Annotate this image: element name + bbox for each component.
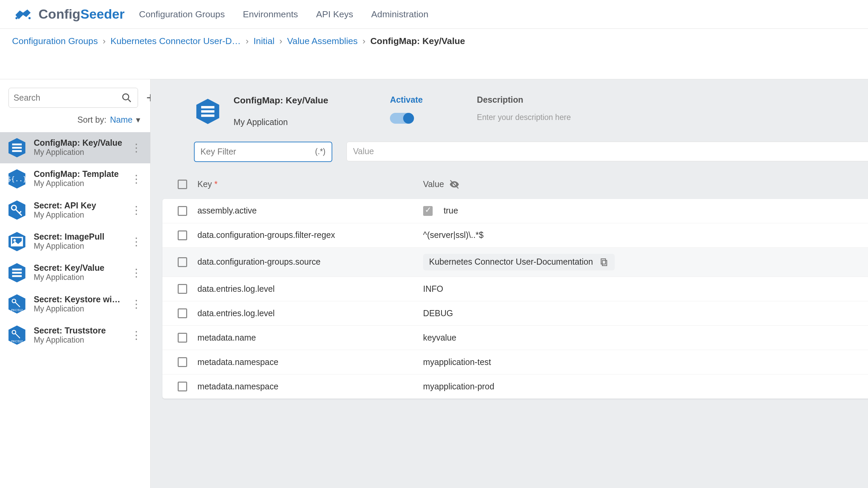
search-icon: [121, 92, 133, 104]
more-icon[interactable]: ⋮: [129, 235, 144, 248]
sidebar-item-title: Secret: Keystore with …: [34, 295, 122, 304]
cell-value: ^(server|ssl)\..*$: [423, 230, 484, 240]
more-icon[interactable]: ⋮: [129, 266, 144, 279]
cell-key: data.configuration-groups.filter-regex: [197, 230, 423, 240]
logo-icon: [12, 7, 34, 22]
sidebar-item[interactable]: Secret: Key/ValueMy Application⋮: [0, 257, 150, 288]
more-icon[interactable]: ⋮: [129, 204, 144, 217]
sort-control[interactable]: Sort by: Name ▾: [0, 111, 150, 132]
value-filter[interactable]: Value: [347, 142, 868, 161]
activate-toggle[interactable]: [390, 113, 413, 124]
nav-config-groups[interactable]: Configuration Groups: [139, 9, 225, 20]
sidebar-item-sub: My Application: [34, 273, 122, 282]
svg-rect-16: [12, 268, 21, 270]
more-icon[interactable]: ⋮: [129, 172, 144, 185]
sidebar-item-sub: My Application: [34, 210, 122, 220]
assembly-type-icon: [6, 231, 28, 252]
crumb-0[interactable]: Configuration Groups: [12, 36, 98, 46]
sidebar-item[interactable]: PKCS12Secret: TruststoreMy Application⋮: [0, 320, 150, 351]
row-checkbox[interactable]: [178, 333, 187, 342]
cell-value: myapplication-prod: [423, 382, 494, 391]
svg-rect-5: [12, 143, 21, 145]
search-box[interactable]: [8, 88, 138, 108]
svg-text:PKCS12: PKCS12: [11, 308, 23, 312]
cell-key: metadata.name: [197, 333, 423, 343]
main-nav: Configuration Groups Environments API Ke…: [139, 9, 428, 20]
logo[interactable]: ConfigSeeder: [12, 7, 125, 22]
logo-text-2: Seeder: [80, 7, 124, 21]
cell-key: data.entries.log.level: [197, 309, 423, 318]
row-checkbox[interactable]: [178, 357, 187, 367]
svg-rect-27: [201, 110, 214, 113]
col-value: Value: [423, 180, 444, 189]
nav-environments[interactable]: Environments: [243, 9, 298, 20]
svg-point-1: [28, 17, 30, 19]
svg-rect-6: [12, 147, 21, 148]
key-filter[interactable]: (.*): [194, 142, 332, 162]
svg-rect-26: [201, 106, 214, 108]
breadcrumb: Configuration Groups› Kubernetes Connect…: [0, 29, 868, 54]
sidebar-item[interactable]: ConfigMap: Key/ValueMy Application⋮: [0, 132, 150, 163]
sidebar-item-title: Secret: API Key: [34, 201, 122, 210]
key-filter-input[interactable]: [200, 147, 315, 157]
more-icon[interactable]: ⋮: [129, 141, 144, 154]
sidebar-item[interactable]: ${..}ConfigMap: TemplateMy Application⋮: [0, 163, 150, 195]
crumb-3[interactable]: Value Assemblies: [287, 36, 358, 46]
svg-rect-38: [602, 261, 607, 266]
description-input[interactable]: Enter your description here: [477, 113, 571, 122]
sidebar-item-title: ConfigMap: Template: [34, 169, 122, 179]
assembly-type-icon: PKCS12: [6, 293, 28, 315]
sidebar-item[interactable]: Secret: ImagePullMy Application⋮: [0, 226, 150, 257]
sidebar-item-sub: My Application: [34, 242, 122, 251]
svg-text:PKCS12: PKCS12: [11, 340, 23, 343]
assembly-type-icon: PKCS12: [6, 324, 28, 346]
row-checkbox[interactable]: [178, 230, 187, 240]
more-icon[interactable]: ⋮: [129, 298, 144, 310]
sidebar-item-sub: My Application: [34, 179, 122, 188]
table-row: data.configuration-groups.sourceKubernet…: [162, 248, 868, 277]
table-row: metadata.namespacemyapplication-prodPROD: [162, 374, 868, 399]
table-row: data.configuration-groups.filter-regex^(…: [162, 223, 868, 248]
crumb-1[interactable]: Kubernetes Connector User-D…: [111, 36, 241, 46]
assembly-type-icon: ${..}: [6, 168, 28, 190]
copy-icon[interactable]: [599, 257, 609, 267]
svg-point-2: [123, 94, 129, 100]
more-icon[interactable]: ⋮: [129, 329, 144, 342]
sidebar-item-title: ConfigMap: Key/Value: [34, 138, 122, 148]
cell-value: INFO: [423, 284, 443, 294]
svg-rect-7: [12, 150, 21, 152]
row-checkbox[interactable]: [178, 308, 187, 318]
svg-point-0: [15, 17, 17, 19]
crumb-2[interactable]: Initial: [253, 36, 274, 46]
row-checkbox[interactable]: [178, 206, 187, 216]
sidebar-item[interactable]: PKCS12Secret: Keystore with …My Applicat…: [0, 288, 150, 320]
row-checkbox[interactable]: [178, 382, 187, 391]
nav-administration[interactable]: Administration: [371, 9, 429, 20]
visibility-off-icon[interactable]: [449, 179, 460, 190]
svg-rect-18: [12, 275, 21, 277]
crumb-current: ConfigMap: Key/Value: [370, 36, 465, 46]
svg-text:${..}: ${..}: [7, 175, 27, 183]
cell-key: metadata.namespace: [197, 382, 423, 391]
row-checkbox[interactable]: [178, 284, 187, 293]
sidebar-item-title: Secret: ImagePull: [34, 232, 122, 242]
cell-key: data.configuration-groups.source: [197, 257, 423, 267]
row-checkbox[interactable]: [178, 257, 187, 267]
nav-api-keys[interactable]: API Keys: [316, 9, 353, 20]
cell-key: metadata.namespace: [197, 358, 423, 367]
app-header: ConfigSeeder Configuration Groups Enviro…: [0, 0, 868, 29]
table-row: assembly.activetrue: [162, 199, 868, 223]
cell-key: data.entries.log.level: [197, 284, 423, 294]
assembly-type-icon: [6, 137, 28, 159]
search-input[interactable]: [14, 93, 121, 103]
sidebar-item[interactable]: Secret: API KeyMy Application⋮: [0, 195, 150, 226]
table-row: metadata.namekeyvalue: [162, 326, 868, 350]
svg-point-14: [13, 239, 16, 241]
select-all-checkbox[interactable]: [178, 180, 187, 189]
cell-value: keyvalue: [423, 333, 456, 343]
values-table: Key * Value Secured Environment Add⌄ ass…: [162, 170, 868, 399]
cell-value: Kubernetes Connector User-Documentation: [429, 257, 593, 267]
cell-value: true: [443, 206, 458, 216]
page-title: ConfigMap: Key/Value: [234, 95, 372, 106]
value-checkbox: [423, 206, 433, 216]
